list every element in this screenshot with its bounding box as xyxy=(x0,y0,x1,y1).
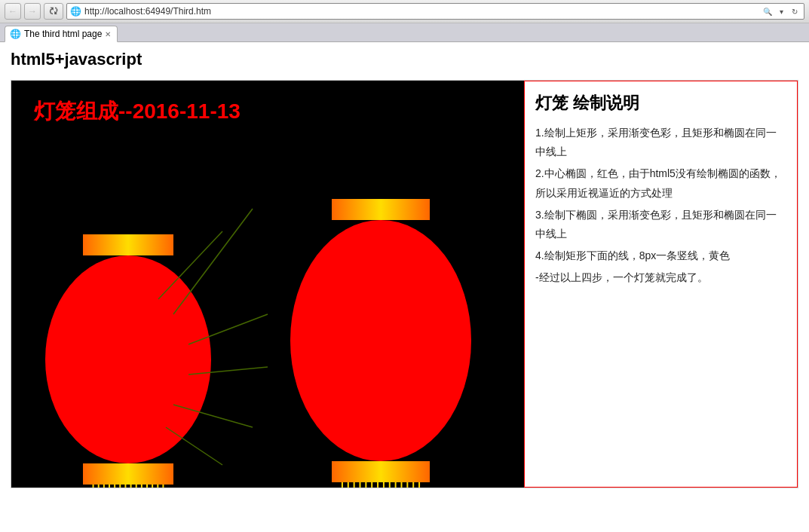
forward-button[interactable]: → xyxy=(24,3,41,20)
browser-chrome: ← → 🗘 🌐 http://localhost:64949/Third.htm… xyxy=(0,0,809,42)
reload-icon[interactable]: ↻ xyxy=(789,5,801,17)
tab-close-button[interactable]: ✕ xyxy=(105,30,111,38)
main-layout: 灯笼 绘制说明 1.绘制上矩形，采用渐变色彩，且矩形和椭圆在同一中线上 2.中心… xyxy=(11,80,798,488)
info-item-1: 1.绘制上矩形，采用渐变色彩，且矩形和椭圆在同一中线上 xyxy=(535,124,786,161)
dropdown-icon[interactable]: ▾ xyxy=(775,5,787,17)
tab-bar: 🌐 The third html page ✕ xyxy=(0,23,809,41)
canvas-area xyxy=(11,81,524,488)
info-item-3: 3.绘制下椭圆，采用渐变色彩，且矩形和椭圆在同一中线上 xyxy=(535,206,786,243)
info-list: 1.绘制上矩形，采用渐变色彩，且矩形和椭圆在同一中线上 2.中心椭圆，红色，由于… xyxy=(535,124,786,288)
info-panel: 灯笼 绘制说明 1.绘制上矩形，采用渐变色彩，且矩形和椭圆在同一中线上 2.中心… xyxy=(524,81,798,488)
info-item-4: 4.绘制矩形下面的线，8px一条竖线，黄色 xyxy=(535,246,786,265)
page-icon: 🌐 xyxy=(70,6,81,17)
search-icon[interactable]: 🔍 xyxy=(762,5,774,17)
info-item-2: 2.中心椭圆，红色，由于html5没有绘制椭圆的函数，所以采用近视逼近的方式处理 xyxy=(535,164,786,202)
page-content: html5+javascript 灯笼 绘制说明 1.绘制上矩形，采用渐变色彩，… xyxy=(0,42,809,532)
back-button[interactable]: ← xyxy=(5,3,21,20)
browser-toolbar: ← → 🗘 🌐 http://localhost:64949/Third.htm… xyxy=(0,0,809,23)
address-bar[interactable]: 🌐 http://localhost:64949/Third.htm 🔍 ▾ ↻ xyxy=(66,3,804,20)
info-item-5: -经过以上四步，一个灯笼就完成了。 xyxy=(535,268,786,287)
refresh-button[interactable]: 🗘 xyxy=(44,3,63,20)
page-heading: html5+javascript xyxy=(11,50,798,69)
tab-active[interactable]: 🌐 The third html page ✕ xyxy=(5,26,118,42)
info-title: 灯笼 绘制说明 xyxy=(535,92,786,115)
tab-title: The third html page xyxy=(24,29,102,39)
url-text: http://localhost:64949/Third.htm xyxy=(84,6,758,17)
